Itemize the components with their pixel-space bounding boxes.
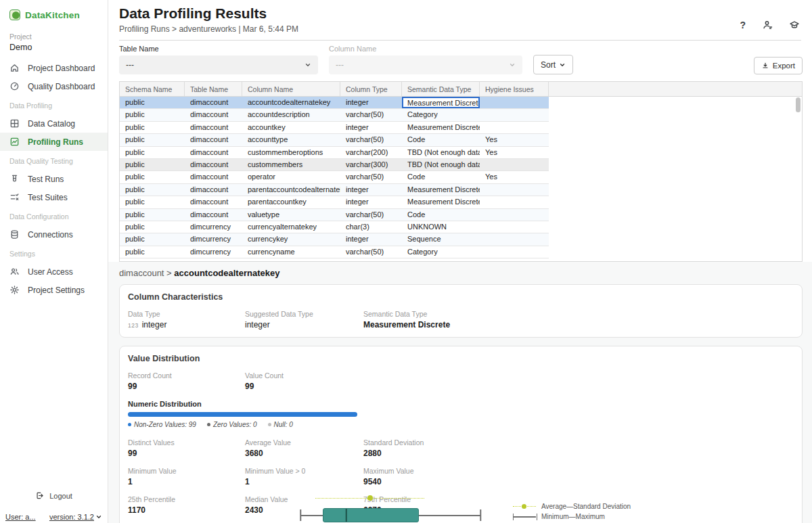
table-cell: varchar(50) <box>340 209 402 221</box>
filter-bar: Table Name --- Column Name --- Sort Ex <box>108 41 812 74</box>
table-row[interactable]: publicdimaccountcustommemberoptionsvarch… <box>120 147 549 159</box>
sidebar-section-settings: Settings <box>0 245 108 263</box>
table-row[interactable]: publicdimcurrencycurrencynamevarchar(50)… <box>120 246 549 258</box>
table-cell: parentaccountkey <box>242 196 340 208</box>
table-row[interactable]: publicdimaccountaccountkeyintegerMeasure… <box>120 122 549 134</box>
table-name-select[interactable]: --- <box>119 55 318 74</box>
stat-field: Average Value3680 <box>245 438 363 458</box>
sidebar-item-label: Test Suites <box>28 193 68 202</box>
card-title: Column Characteristics <box>128 292 794 302</box>
table-row[interactable]: publicdimaccountoperatorvarchar(50)CodeY… <box>120 171 549 183</box>
sidebar-item-test-suites[interactable]: Test Suites <box>0 188 108 206</box>
sidebar-bottom: User: a... version: 3.1.2 <box>0 513 108 521</box>
sort-button[interactable]: Sort <box>533 55 573 74</box>
table-cell: varchar(50) <box>340 134 402 145</box>
table-row[interactable]: publicdimaccountaccountcodealternatekeyi… <box>120 97 549 109</box>
table-cell: Measurement Discrete <box>402 184 480 196</box>
column-header[interactable]: Semantic Data Type <box>402 82 480 96</box>
table-cell: public <box>120 233 185 245</box>
table-row[interactable]: publicdimaccountparentaccountkeyintegerM… <box>120 196 549 208</box>
column-header[interactable]: Hygiene Issues <box>480 82 549 96</box>
sidebar-item-project-settings[interactable]: Project Settings <box>0 281 108 299</box>
card-title: Value Distribution <box>128 354 794 363</box>
suggested-data-type-field: Suggested Data Type integer <box>245 310 363 329</box>
table-cell: TBD (Not enough data) <box>402 147 480 158</box>
table-cell: Sequence <box>402 233 480 245</box>
sidebar-item-connections[interactable]: Connections <box>0 225 108 244</box>
help-button[interactable]: ? <box>740 20 746 30</box>
table-row[interactable]: publicdimaccountvaluetypevarchar(50)Code <box>120 209 549 221</box>
table-cell: currencykey <box>242 233 340 245</box>
sidebar-item-quality-dashboard[interactable]: Quality Dashboard <box>0 77 108 95</box>
user-account-button[interactable] <box>762 20 773 30</box>
table-row[interactable]: publicdimaccountparentaccountcodealterna… <box>120 184 549 196</box>
table-cell: parentaccountcodealternatekey <box>242 184 340 196</box>
table-cell: public <box>120 184 185 196</box>
table-cell: custommembers <box>242 159 340 170</box>
sidebar-item-test-runs[interactable]: Test Runs <box>0 170 108 188</box>
sidebar-item-data-catalog[interactable]: Data Catalog <box>0 114 108 133</box>
selected-table-name: dimaccount <box>119 268 164 278</box>
stat-value: 99 <box>245 382 794 391</box>
column-name-select[interactable]: --- <box>329 55 522 74</box>
data-type-field: Data Type 123integer <box>128 310 245 329</box>
table-cell <box>480 97 549 108</box>
selected-column-name: accountcodealternatekey <box>174 268 279 278</box>
table-cell: accountkey <box>242 122 340 133</box>
column-header[interactable]: Column Name <box>242 82 340 96</box>
logout-icon <box>35 491 44 500</box>
table-header-row: Schema Name Table Name Column Name Colum… <box>120 82 802 97</box>
characteristics-grid: Data Type 123integer Suggested Data Type… <box>128 310 794 329</box>
table-row[interactable]: publicdimcurrencycurrencyalternatekeycha… <box>120 221 549 233</box>
table-row[interactable]: publicdimaccountaccountdescriptionvarcha… <box>120 109 549 121</box>
table-row[interactable]: publicdimaccountaccounttypevarchar(50)Co… <box>120 134 549 146</box>
column-header[interactable]: Table Name <box>185 82 242 96</box>
value-distribution-card: Value Distribution Record Count 99 Value… <box>119 346 803 523</box>
table-cell: Yes <box>480 171 549 183</box>
logout-label: Logout <box>49 492 72 500</box>
sidebar-item-label: Test Runs <box>28 175 64 184</box>
legend-dot-icon <box>207 423 210 426</box>
sidebar-item-user-access[interactable]: User Access <box>0 263 108 281</box>
home-icon <box>9 63 20 73</box>
main-content: Data Profiling Results Profiling Runs > … <box>108 0 812 523</box>
table-cell: Code <box>402 171 480 183</box>
table-cell: Yes <box>480 147 549 158</box>
legend-item: Average—Standard Deviation <box>513 503 631 510</box>
legend-item: Zero Values: 0 <box>207 421 257 428</box>
table-cell: public <box>120 221 185 233</box>
table-cell: dimcurrency <box>185 221 242 233</box>
project-name: Demo <box>9 43 98 52</box>
table-cell: public <box>120 134 185 145</box>
learning-button[interactable] <box>789 20 800 30</box>
table-cell: Measurement Discrete <box>402 196 480 208</box>
user-link[interactable]: User: a... <box>5 513 36 521</box>
table-cell: accountdescription <box>242 109 340 120</box>
sidebar-item-label: Quality Dashboard <box>28 82 95 91</box>
legend-item: Null: 0 <box>268 421 293 428</box>
sidebar-item-label: Profiling Runs <box>28 137 83 147</box>
sidebar-item-project-dashboard[interactable]: Project Dashboard <box>0 59 108 77</box>
table-row[interactable]: publicdimcurrencycurrencykeyintegerSeque… <box>120 233 549 246</box>
datakitchen-logo-icon <box>9 9 20 20</box>
column-header[interactable]: Column Type <box>340 82 402 96</box>
column-header[interactable]: Schema Name <box>120 82 185 96</box>
numeric-distribution-label: Numeric Distribution <box>128 400 794 408</box>
database-icon <box>9 229 20 240</box>
export-button[interactable]: Export <box>754 57 803 74</box>
user-edit-icon <box>762 20 773 30</box>
page-header: Data Profiling Results Profiling Runs > … <box>108 0 812 41</box>
table-row[interactable]: publicdimaccountcustommembersvarchar(300… <box>120 159 549 171</box>
version-selector[interactable]: version: 3.1.2 <box>49 513 102 521</box>
numeric-distribution-bar <box>128 412 357 417</box>
gear-icon <box>9 285 20 295</box>
table-cell: Category <box>402 109 480 120</box>
legend-item: Minimum—Maximum <box>513 513 631 520</box>
boxplot-area: 0500010000 Average—Standard Deviation Mi… <box>128 490 794 523</box>
table-cell: valuetype <box>242 209 340 221</box>
logout-button[interactable]: Logout <box>0 491 108 500</box>
table-scrollbar-thumb[interactable] <box>796 97 800 112</box>
stat-field: Minimum Value1 <box>128 467 245 486</box>
table-cell: dimcurrency <box>185 246 242 258</box>
sidebar-item-profiling-runs[interactable]: Profiling Runs <box>0 133 108 151</box>
